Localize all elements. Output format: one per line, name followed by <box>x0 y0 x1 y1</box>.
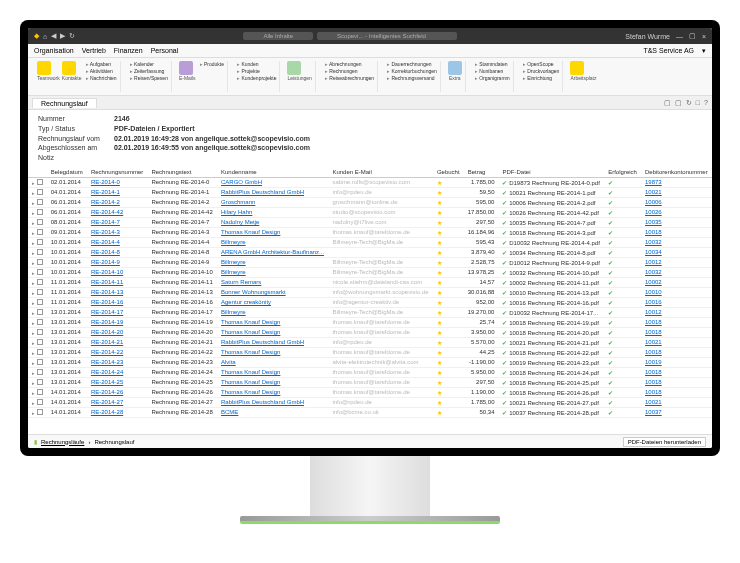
table-row[interactable]: ▸ 11.01.2014RE-2014-16Rechnung RE-2014-1… <box>28 297 712 307</box>
ribbon-projekte[interactable]: Projekte <box>237 68 276 74</box>
breadcrumb[interactable]: Rechnungsläufe <box>41 439 84 445</box>
customer-link[interactable]: Thomas Knauf Design <box>217 377 328 387</box>
customer-link[interactable]: ARENA GmbH Architektur-Baufinanz... <box>217 247 328 257</box>
pdf-link[interactable]: 10018 Rechnung RE-2014-25.pdf <box>509 380 599 386</box>
table-row[interactable]: ▸ 06.01.2014RE-2014-2Rechnung RE-2014-2G… <box>28 197 712 207</box>
debitor-link[interactable]: 10018 <box>641 377 712 387</box>
row-checkbox[interactable] <box>37 359 43 365</box>
column-header[interactable]: Kundenname <box>217 167 328 178</box>
chart-icon[interactable]: ▮ <box>34 438 37 445</box>
customer-link[interactable]: Hilary Hahn <box>217 207 328 217</box>
pdf-link[interactable]: 10006 Rechnung RE-2014-2.pdf <box>509 200 595 206</box>
table-row[interactable]: ▸ 13.01.2014RE-2014-21Rechnung RE-2014-2… <box>28 337 712 347</box>
debitor-link[interactable]: 10037 <box>641 407 712 417</box>
tab-action-icon[interactable]: ▢ <box>664 99 671 107</box>
pdf-link[interactable]: 10018 Rechnung RE-2014-3.pdf <box>509 230 595 236</box>
ribbon-versand[interactable]: Rechnungsversand <box>387 75 437 81</box>
row-checkbox[interactable] <box>37 209 43 215</box>
debitor-link[interactable]: 10010 <box>641 287 712 297</box>
pdf-link[interactable]: 10016 Rechnung RE-2014-16.pdf <box>509 300 599 306</box>
close-icon[interactable]: × <box>702 33 706 40</box>
column-header[interactable]: Belegdatum <box>47 167 87 178</box>
customer-link[interactable]: Billmeyre <box>217 237 328 247</box>
customer-link[interactable]: RabbitPlus Deutschland GmbH <box>217 337 328 347</box>
invoice-number-link[interactable]: RE-2014-42 <box>87 207 148 217</box>
table-row[interactable]: ▸ 13.01.2014RE-2014-24Rechnung RE-2014-2… <box>28 367 712 377</box>
customer-link[interactable]: BCME <box>217 407 328 417</box>
debitor-link[interactable]: 10006 <box>641 197 712 207</box>
column-header[interactable]: Erfolgreich <box>604 167 641 178</box>
invoice-number-link[interactable]: RE-2014-13 <box>87 287 148 297</box>
customer-link[interactable]: RabbitPlus Deutschland GmbH <box>217 397 328 407</box>
row-checkbox[interactable] <box>37 409 43 415</box>
invoice-number-link[interactable]: RE-2014-28 <box>87 407 148 417</box>
invoice-number-link[interactable]: RE-2014-22 <box>87 347 148 357</box>
ribbon-organigramm[interactable]: Organigramm <box>475 75 510 81</box>
ribbon-extra[interactable]: Extra <box>448 75 462 81</box>
invoice-number-link[interactable]: RE-2014-3 <box>87 227 148 237</box>
row-checkbox[interactable] <box>37 269 43 275</box>
table-row[interactable]: ▸ 10.01.2014RE-2014-4Rechnung RE-2014-4B… <box>28 237 712 247</box>
table-row[interactable]: ▸ 13.01.2014RE-2014-25Rechnung RE-2014-2… <box>28 377 712 387</box>
pdf-link[interactable]: 10034 Rechnung RE-2014-8.pdf <box>509 250 595 256</box>
table-row[interactable]: ▸ 10.01.2014RE-2014-9Rechnung RE-2014-9B… <box>28 257 712 267</box>
debitor-link[interactable]: 10032 <box>641 237 712 247</box>
column-header[interactable]: Debitorenkontonummer <box>641 167 712 178</box>
home-icon[interactable]: ⌂ <box>43 33 47 40</box>
row-checkbox[interactable] <box>37 349 43 355</box>
ribbon-stammdaten[interactable]: Stammdaten <box>475 61 510 67</box>
pdf-link[interactable]: 10021 Rechnung RE-2014-21.pdf <box>509 340 599 346</box>
ribbon-dauerrechnungen[interactable]: Dauerrechnungen <box>387 61 437 67</box>
invoice-number-link[interactable]: RE-2014-21 <box>87 337 148 347</box>
pdf-link[interactable]: 10018 Rechnung RE-2014-24.pdf <box>509 370 599 376</box>
row-checkbox[interactable] <box>37 309 43 315</box>
row-checkbox[interactable] <box>37 319 43 325</box>
debitor-link[interactable]: 10012 <box>641 257 712 267</box>
table-row[interactable]: ▸ 14.01.2014RE-2014-28Rechnung RE-2014-2… <box>28 407 712 417</box>
ribbon-kalender[interactable]: Kalender <box>130 61 168 67</box>
debitor-link[interactable]: 10018 <box>641 367 712 377</box>
invoice-number-link[interactable]: RE-2014-11 <box>87 277 148 287</box>
tab-rechnungslauf[interactable]: Rechnungslauf <box>32 98 97 108</box>
row-checkbox[interactable] <box>37 249 43 255</box>
search-input[interactable]: Scopevi... - Intelligentes Suchfeld <box>317 32 457 40</box>
customer-link[interactable]: Thomas Knauf Design <box>217 227 328 237</box>
column-header[interactable]: PDF-Datei <box>498 167 604 178</box>
customer-link[interactable]: Billmeyre <box>217 267 328 277</box>
ribbon-kundenprojekte[interactable]: Kundenprojekte <box>237 75 276 81</box>
debitor-link[interactable]: 10021 <box>641 187 712 197</box>
table-row[interactable]: ▸ 13.01.2014RE-2014-23Rechnung RE-2014-2… <box>28 357 712 367</box>
table-row[interactable]: ▸ 08.01.2014RE-2014-7Rechnung RE-2014-7N… <box>28 217 712 227</box>
ribbon-zeiterfassung[interactable]: Zeiterfassung <box>130 68 168 74</box>
chevron-down-icon[interactable]: ▾ <box>702 47 706 55</box>
customer-link[interactable]: Thomas Knauf Design <box>217 367 328 377</box>
column-header[interactable]: Betrag <box>464 167 499 178</box>
ribbon-reiseabrechnungen[interactable]: Reiseabrechnungen <box>325 75 374 81</box>
row-checkbox[interactable] <box>37 399 43 405</box>
ribbon-rechnungen[interactable]: Rechnungen <box>325 68 374 74</box>
debitor-link[interactable]: 10021 <box>641 337 712 347</box>
menu-organisation[interactable]: Organisation <box>34 47 74 54</box>
forward-icon[interactable]: ▶ <box>60 32 65 40</box>
invoice-number-link[interactable]: RE-2014-16 <box>87 297 148 307</box>
user-label[interactable]: Stefan Wurme <box>625 33 670 40</box>
minimize-icon[interactable]: — <box>676 33 683 40</box>
customer-link[interactable]: Groschmann <box>217 197 328 207</box>
customer-link[interactable]: RabbitPlus Deutschland GmbH <box>217 187 328 197</box>
ribbon-leistungen[interactable]: Leistungen <box>287 75 311 81</box>
customer-link[interactable]: Thomas Knauf Design <box>217 347 328 357</box>
customer-link[interactable]: Saturn Remars <box>217 277 328 287</box>
pdf-link[interactable]: 10002 Rechnung RE-2014-11.pdf <box>509 280 599 286</box>
column-header[interactable]: Gebucht <box>433 167 464 178</box>
table-row[interactable]: ▸ 13.01.2014RE-2014-19Rechnung RE-2014-1… <box>28 317 712 327</box>
ribbon-reisen[interactable]: Reisen/Spesen <box>130 75 168 81</box>
debitor-link[interactable]: 19873 <box>641 177 712 187</box>
invoice-number-link[interactable]: RE-2014-19 <box>87 317 148 327</box>
maximize-icon[interactable]: ▢ <box>689 32 696 40</box>
invoice-number-link[interactable]: RE-2014-20 <box>87 327 148 337</box>
row-checkbox[interactable] <box>37 389 43 395</box>
ribbon-arbeitsplatz[interactable]: Arbeitsplatz <box>570 75 596 81</box>
column-header[interactable]: Rechnungsnummer <box>87 167 148 178</box>
customer-link[interactable]: Billmeyre <box>217 307 328 317</box>
debitor-link[interactable]: 10035 <box>641 217 712 227</box>
